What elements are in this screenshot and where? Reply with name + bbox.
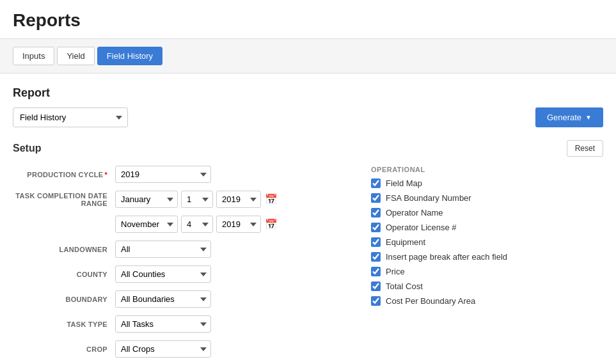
setup-right: OPERATIONAL Field Map FSA Boundary Numbe… [371,166,603,364]
landowner-select[interactable]: All [115,241,211,258]
reset-button[interactable]: Reset [567,140,603,157]
page-break-label: Insert page break after each field [386,252,507,262]
production-cycle-select[interactable]: 2019 2018 2020 [115,166,211,183]
checkbox-operator-name: Operator Name [371,208,603,218]
end-month-select[interactable]: JanuaryFebruaryMarch AprilMayJune JulyAu… [115,216,178,233]
setup-header-row: Setup Reset [13,140,603,157]
equipment-checkbox[interactable] [371,237,381,247]
required-star: * [104,171,107,178]
equipment-label: Equipment [386,237,425,247]
generate-button[interactable]: Generate ▼ [535,107,603,127]
checkbox-page-break: Insert page break after each field [371,252,603,262]
price-checkbox[interactable] [371,267,381,276]
field-map-checkbox[interactable] [371,178,381,188]
task-type-controls: All Tasks [115,315,211,333]
boundary-row: BOUNDARY All Boundaries [13,290,371,308]
report-type-select[interactable]: Field History Inputs Yield [13,107,128,127]
fsa-boundary-checkbox[interactable] [371,193,381,203]
production-cycle-label: PRODUCTION CYCLE* [13,171,115,178]
task-completion-start-row: TASK COMPLETION DATE RANGE JanuaryFebrua… [13,191,371,208]
checkbox-price: Price [371,267,603,276]
cost-per-area-label: Cost Per Boundary Area [386,296,475,306]
field-map-label: Field Map [386,178,422,188]
task-type-select[interactable]: All Tasks [115,315,211,333]
task-type-row: TASK TYPE All Tasks [13,315,371,333]
checkbox-cost-per-area: Cost Per Boundary Area [371,296,603,306]
price-label: Price [386,267,405,276]
operator-license-label: Operator License # [386,223,457,232]
boundary-controls: All Boundaries [115,290,211,308]
page-title: Reports [13,10,603,31]
page-header: Reports [0,0,616,39]
report-selector-row: Field History Inputs Yield Generate ▼ [13,107,603,127]
generate-dropdown-icon: ▼ [585,114,592,121]
crop-label: CROP [13,345,115,353]
setup-label: Setup [13,143,567,154]
tab-field-history[interactable]: Field History [97,47,162,65]
generate-label: Generate [547,113,581,122]
task-completion-end-row: JanuaryFebruaryMarch AprilMayJune JulyAu… [13,216,371,233]
operator-license-checkbox[interactable] [371,223,381,232]
start-year-select[interactable]: 201920182020 [216,191,261,208]
production-cycle-controls: 2019 2018 2020 [115,166,211,183]
main-content: Report Field History Inputs Yield Genera… [0,74,616,364]
tab-inputs[interactable]: Inputs [13,47,54,65]
tabs-bar: Inputs Yield Field History [0,39,616,74]
operator-name-label: Operator Name [386,208,443,218]
page-break-checkbox[interactable] [371,252,381,262]
setup-left: PRODUCTION CYCLE* 2019 2018 2020 TASK CO… [13,166,371,364]
total-cost-label: Total Cost [386,281,423,291]
end-year-select[interactable]: 201920182020 [216,216,261,233]
landowner-label: LANDOWNER [13,246,115,253]
start-day-select[interactable]: 12345 [181,191,213,208]
boundary-select[interactable]: All Boundaries [115,290,211,308]
operational-label: OPERATIONAL [371,166,603,173]
total-cost-checkbox[interactable] [371,281,381,291]
start-month-select[interactable]: JanuaryFebruaryMarch AprilMayJune JulyAu… [115,191,178,208]
checkbox-fsa-boundary: FSA Boundary Number [371,193,603,203]
county-select[interactable]: All Counties [115,265,211,283]
landowner-row: LANDOWNER All [13,241,371,258]
end-calendar-icon[interactable]: 📅 [264,218,278,232]
tab-yield[interactable]: Yield [57,47,94,65]
county-row: COUNTY All Counties [13,265,371,283]
report-section-label: Report [13,86,603,100]
cost-per-area-checkbox[interactable] [371,296,381,306]
checkbox-operator-license: Operator License # [371,223,603,232]
production-cycle-row: PRODUCTION CYCLE* 2019 2018 2020 [13,166,371,183]
crop-select[interactable]: All Crops [115,340,211,358]
county-label: COUNTY [13,271,115,278]
crop-controls: All Crops [115,340,211,358]
boundary-label: BOUNDARY [13,296,115,303]
county-controls: All Counties [115,265,211,283]
start-calendar-icon[interactable]: 📅 [264,193,278,207]
setup-body: PRODUCTION CYCLE* 2019 2018 2020 TASK CO… [13,166,603,364]
checkbox-equipment: Equipment [371,237,603,247]
task-completion-start-controls: JanuaryFebruaryMarch AprilMayJune JulyAu… [115,191,278,208]
checkbox-field-map: Field Map [371,178,603,188]
task-completion-label: TASK COMPLETION DATE RANGE [13,192,115,207]
crop-row: CROP All Crops [13,340,371,358]
task-completion-end-controls: JanuaryFebruaryMarch AprilMayJune JulyAu… [115,216,278,233]
end-day-select[interactable]: 12345 [181,216,213,233]
landowner-controls: All [115,241,211,258]
operator-name-checkbox[interactable] [371,208,381,218]
task-type-label: TASK TYPE [13,320,115,328]
checkbox-total-cost: Total Cost [371,281,603,291]
fsa-boundary-label: FSA Boundary Number [386,193,471,203]
